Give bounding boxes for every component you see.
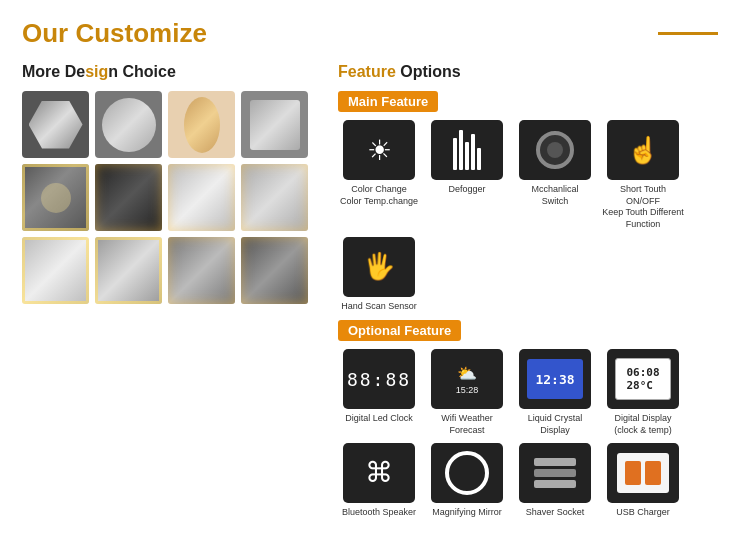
main-feature-grid: ☀ Color ChangeColor Temp.change [338,120,728,312]
optional-feature-section: Optional Feature 88:88 Digital Led Clock [338,320,728,518]
defog-bar [465,142,469,170]
digital-display-label: Digital Display(clock & temp) [614,413,672,436]
lcd-label: Liquid Crystal Display [514,413,596,436]
header-divider [658,32,718,35]
usb-icon [617,453,669,493]
glow-effect [95,237,162,304]
main-feature-label: Main Feature [338,91,438,112]
rect-shape [250,100,300,150]
usb-port [645,461,661,485]
clock-label: Digital Led Clock [345,413,413,425]
design-section-title: More Design Choice [22,63,322,81]
magnify-icon-box [431,443,503,503]
hand-scan-icon: 🖐 [363,251,395,282]
shaver-icon-box [519,443,591,503]
page-title: Our Customize [22,18,207,49]
defog-bar [453,138,457,170]
touch-icon-box: ☝ [607,120,679,180]
list-item: ⌘ Bluetooth Speaker [338,443,420,519]
oval-shape [184,97,220,153]
main-feature-section: Main Feature ☀ Color ChangeColor Temp.ch… [338,91,728,312]
list-item [241,164,308,231]
defog-bar [459,130,463,170]
list-item [241,237,308,304]
glow-soft [168,164,235,231]
list-item: USB Charger [602,443,684,519]
right-column: Feature Options Main Feature ☀ Color Cha… [338,63,728,525]
list-item: 12:38 Liquid Crystal Display [514,349,596,436]
weather-icon: ⛅ 15:28 [456,364,479,395]
list-item [22,164,89,231]
left-column: More Design Choice [22,63,322,525]
list-item: McchanlicalSwitch [514,120,596,231]
defogger-icon-box [431,120,503,180]
glow-soft [95,164,162,231]
list-item [168,91,235,158]
list-item: 88:88 Digital Led Clock [338,349,420,436]
title-feature-highlight: Feature [338,63,396,80]
switch-icon-box [519,120,591,180]
weather-time: 15:28 [456,385,479,395]
shaver-icon [534,458,576,488]
bluetooth-icon: ⌘ [365,456,393,489]
switch-label: McchanlicalSwitch [531,184,578,207]
digital-display-icon-box: 06:0828°C [607,349,679,409]
glow-soft [241,164,308,231]
shaver-slot [534,458,576,466]
title-n-choice: n Choice [108,63,176,80]
list-item [168,237,235,304]
feature-section-title: Feature Options [338,63,728,81]
inner-light [41,183,71,213]
list-item [241,91,308,158]
list-item: Shaver Socket [514,443,596,519]
usb-icon-box [607,443,679,503]
digital-clock-icon-box: 88:88 [343,349,415,409]
list-item [95,164,162,231]
weather-label: Wifi Weather Forecast [426,413,508,436]
bluetooth-icon-box: ⌘ [343,443,415,503]
title-sig: sig [85,63,108,80]
color-change-icon-box: ☀ [343,120,415,180]
title-more: More De [22,63,85,80]
page: Our Customize More Design Choice [0,0,750,536]
sun-icon: ☀ [367,134,392,167]
list-item: 🖐 Hand Scan Sensor [338,237,420,313]
list-item: Magnifying Mirror [426,443,508,519]
glow-soft [168,237,235,304]
mirror-photo-row-2 [22,164,322,231]
mirror-photo-row-3 [22,237,322,304]
mirror-shape-row [22,91,322,158]
defog-bar [477,148,481,170]
shaver-slot [534,469,576,477]
title-customize: Customize [75,18,206,48]
lcd-icon: 12:38 [527,359,583,399]
main-content: More Design Choice [22,63,728,525]
title-our: Our [22,18,75,48]
list-item [168,164,235,231]
list-item: 06:0828°C Digital Display(clock & temp) [602,349,684,436]
color-change-label: Color ChangeColor Temp.change [340,184,418,207]
magnify-label: Magnifying Mirror [432,507,502,519]
hand-scan-label: Hand Scan Sensor [341,301,417,313]
clock-led-icon: 88:88 [347,369,411,390]
hand-scan-icon-box: 🖐 [343,237,415,297]
list-item: ⛅ 15:28 Wifi Weather Forecast [426,349,508,436]
glow-soft [241,237,308,304]
glow-effect [22,237,89,304]
optional-feature-label: Optional Feature [338,320,461,341]
list-item: Defogger [426,120,508,231]
list-item: ☝ Short Touth ON/OFFKeep Touth Different… [602,120,684,231]
touch-label: Short Touth ON/OFFKeep Touth DifferentFu… [602,184,684,231]
weather-icon-box: ⛅ 15:28 [431,349,503,409]
list-item [95,91,162,158]
shaver-slot [534,480,576,488]
list-item: ☀ Color ChangeColor Temp.change [338,120,420,231]
touch-icon: ☝ [627,135,659,166]
defog-bar [471,134,475,170]
cloud-icon: ⛅ [457,364,477,383]
usb-label: USB Charger [616,507,670,519]
defog-icon [453,130,481,170]
title-options: Options [396,63,461,80]
list-item [22,91,89,158]
magnify-icon [445,451,489,495]
